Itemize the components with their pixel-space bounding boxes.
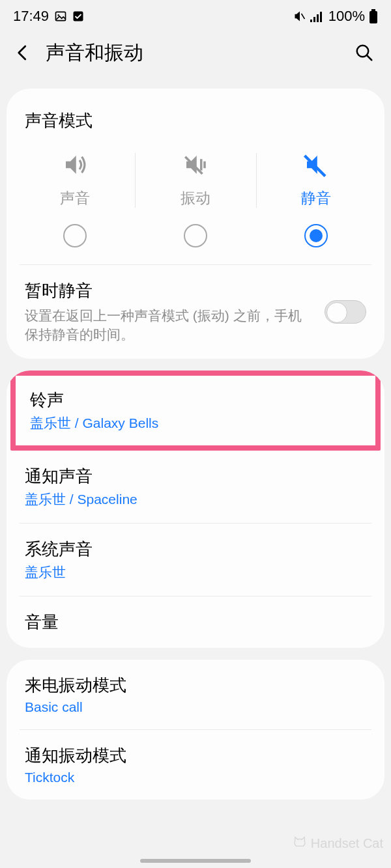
battery-icon xyxy=(369,9,378,23)
temp-mute-desc: 设置在返回上一种声音模式 (振动) 之前，手机保持静音的时间。 xyxy=(25,306,314,344)
mute-icon xyxy=(293,10,306,23)
svg-line-11 xyxy=(367,55,372,61)
svg-line-3 xyxy=(301,14,304,19)
mute-mode-icon xyxy=(302,150,330,179)
svg-rect-9 xyxy=(369,11,377,23)
mode-mute-radio[interactable] xyxy=(304,224,328,247)
back-button[interactable] xyxy=(9,39,36,66)
temp-mute-toggle[interactable] xyxy=(325,300,366,324)
system-sound-title: 系统声音 xyxy=(25,538,366,561)
temp-mute-row[interactable]: 暂时静音 设置在返回上一种声音模式 (振动) 之前，手机保持静音的时间。 xyxy=(7,265,384,359)
mode-sound-radio[interactable] xyxy=(63,224,87,247)
home-indicator[interactable] xyxy=(140,859,251,863)
status-time: 17:49 xyxy=(13,8,49,25)
svg-rect-7 xyxy=(320,12,322,22)
status-bar: 17:49 100% xyxy=(0,0,391,27)
volume-title: 音量 xyxy=(25,611,366,634)
svg-rect-6 xyxy=(317,14,319,22)
mode-vibrate-label: 振动 xyxy=(181,188,210,208)
mode-vibrate-radio[interactable] xyxy=(184,224,207,247)
system-sound-value: 盖乐世 xyxy=(25,563,366,581)
system-sound-row[interactable]: 系统声音 盖乐世 xyxy=(7,524,384,596)
watermark: Handset Cat xyxy=(293,835,383,852)
mode-vibrate[interactable]: 振动 xyxy=(135,150,255,264)
volume-row[interactable]: 音量 xyxy=(7,596,384,648)
ringtone-title: 铃声 xyxy=(30,389,361,412)
mode-sound[interactable]: 声音 xyxy=(14,150,135,264)
notif-vibration-title: 通知振动模式 xyxy=(25,744,366,767)
sound-mode-card: 声音模式 声音 振动 静音 暂时静音 设置在返回上一种 xyxy=(7,89,384,359)
mode-mute-label: 静音 xyxy=(301,188,331,208)
notification-sound-row[interactable]: 通知声音 盖乐世 / Spaceline xyxy=(7,451,384,523)
watermark-text: Handset Cat xyxy=(311,836,383,851)
temp-mute-title: 暂时静音 xyxy=(25,279,314,302)
svg-rect-5 xyxy=(313,17,315,22)
sound-mode-title: 声音模式 xyxy=(7,89,384,144)
battery-text: 100% xyxy=(328,8,365,25)
mode-sound-label: 声音 xyxy=(60,188,90,208)
call-vibration-row[interactable]: 来电振动模式 Basic call xyxy=(7,660,384,729)
ringtone-highlight: 铃声 盖乐世 / Galaxy Bells xyxy=(10,371,381,451)
notif-vibration-value: Ticktock xyxy=(25,770,366,785)
search-button[interactable] xyxy=(351,39,378,66)
app-bar: 声音和振动 xyxy=(0,27,391,76)
signal-icon xyxy=(310,10,325,22)
svg-rect-4 xyxy=(310,20,312,22)
check-icon xyxy=(72,10,84,22)
notification-sound-title: 通知声音 xyxy=(25,465,366,488)
status-right: 100% xyxy=(293,8,378,25)
status-left: 17:49 xyxy=(13,8,84,25)
svg-rect-8 xyxy=(371,9,375,11)
notif-vibration-row[interactable]: 通知振动模式 Ticktock xyxy=(7,730,384,800)
svg-rect-2 xyxy=(74,12,83,21)
cat-icon xyxy=(293,835,307,852)
vibration-card: 来电振动模式 Basic call 通知振动模式 Ticktock xyxy=(7,660,384,800)
temp-mute-text: 暂时静音 设置在返回上一种声音模式 (振动) 之前，手机保持静音的时间。 xyxy=(25,279,314,344)
ringtone-value: 盖乐世 / Galaxy Bells xyxy=(30,414,361,432)
sound-mode-row: 声音 振动 静音 xyxy=(7,144,384,264)
page-title: 声音和振动 xyxy=(46,40,341,66)
svg-point-1 xyxy=(57,14,59,16)
vibrate-icon xyxy=(182,150,209,179)
image-icon xyxy=(54,10,67,23)
notification-sound-value: 盖乐世 / Spaceline xyxy=(25,490,366,509)
call-vibration-value: Basic call xyxy=(25,699,366,715)
sounds-card: 铃声 盖乐世 / Galaxy Bells 通知声音 盖乐世 / Spaceli… xyxy=(7,371,384,648)
call-vibration-title: 来电振动模式 xyxy=(25,674,366,697)
ringtone-row[interactable]: 铃声 盖乐世 / Galaxy Bells xyxy=(16,376,375,445)
speaker-icon xyxy=(61,150,89,179)
mode-mute[interactable]: 静音 xyxy=(256,150,377,264)
